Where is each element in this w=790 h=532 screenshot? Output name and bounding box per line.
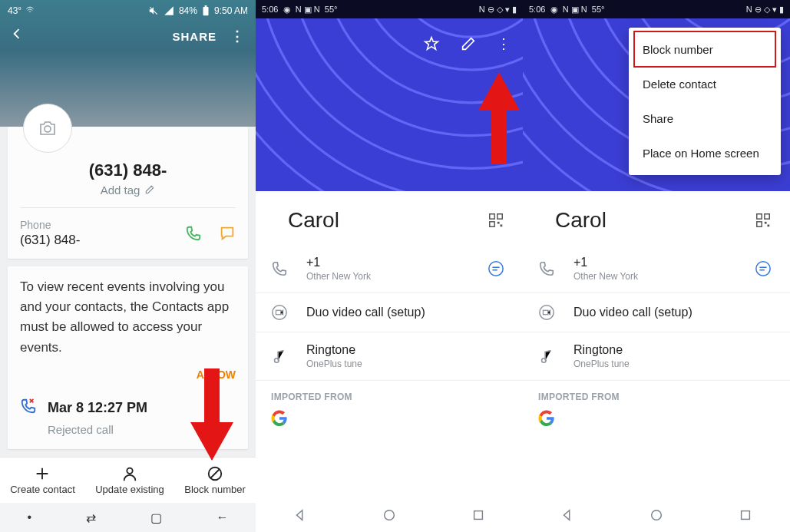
- menu-share[interactable]: Share: [629, 101, 781, 136]
- nav-recent-icon[interactable]: [739, 508, 752, 522]
- ringtone-value: OnePlus tune: [306, 359, 362, 369]
- call-rejected-icon: [20, 398, 37, 415]
- svg-line-6: [211, 470, 220, 478]
- contact-card: (631) 848- Add tag Phone (631) 848-: [8, 127, 248, 259]
- call-icon[interactable]: [185, 225, 202, 242]
- svg-point-28: [385, 511, 395, 520]
- signal-icon: [164, 5, 174, 16]
- phone-prefix: +1: [306, 256, 320, 269]
- svg-rect-38: [757, 214, 762, 219]
- status-bar: 5:06 ◉ N ▣ N 55° N ⊖ ◇ ▾ ▮: [523, 0, 790, 18]
- allow-button[interactable]: ALLOW: [20, 367, 236, 384]
- update-existing-button[interactable]: Update existing: [95, 465, 164, 495]
- more-icon[interactable]: ⋮: [497, 35, 511, 52]
- redacted-phone: [591, 257, 668, 268]
- contact-name: Carol: [288, 208, 339, 233]
- phone-row[interactable]: +1 Other New York: [523, 245, 790, 292]
- duo-row[interactable]: Duo video call (setup): [523, 293, 790, 332]
- nav-home-icon[interactable]: [650, 508, 663, 522]
- menu-place-home[interactable]: Place on Home screen: [629, 136, 781, 170]
- system-nav: [523, 498, 790, 532]
- nav-home-icon[interactable]: [382, 508, 396, 522]
- bottom-actions: Create contact Update existing Block num…: [0, 457, 256, 503]
- svg-rect-2: [205, 5, 207, 7]
- imported-from-label: IMPORTED FROM: [256, 381, 523, 404]
- svg-point-4: [127, 468, 132, 474]
- duo-label: Duo video call (setup): [306, 306, 425, 319]
- block-number-button[interactable]: Block number: [184, 465, 245, 495]
- star-icon[interactable]: [423, 35, 440, 52]
- ringtone-value: OnePlus tune: [573, 359, 630, 369]
- nav-dot-icon[interactable]: •: [27, 511, 31, 524]
- menu-delete-contact[interactable]: Delete contact: [629, 67, 781, 101]
- svg-rect-39: [765, 214, 769, 219]
- event-status: Rejected call: [48, 421, 147, 438]
- svg-point-10: [389, 18, 523, 37]
- svg-point-25: [273, 306, 286, 319]
- imported-from-label: IMPORTED FROM: [523, 381, 790, 404]
- ringtone-label: Ringtone: [306, 343, 362, 357]
- more-icon[interactable]: ⋮: [230, 29, 245, 43]
- block-icon: [207, 465, 223, 482]
- system-nav: [256, 498, 523, 532]
- edit-icon[interactable]: [460, 35, 477, 52]
- phone-prefix: +1: [573, 256, 587, 269]
- ringtone-row[interactable]: Ringtone OnePlus tune: [256, 332, 523, 380]
- android-contact-screen-2: 5:06 ◉ N ▣ N 55° N ⊖ ◇ ▾ ▮ Block number …: [523, 0, 790, 532]
- svg-rect-42: [768, 225, 770, 227]
- share-button[interactable]: SHARE: [172, 30, 217, 43]
- nav-back-icon[interactable]: [293, 508, 307, 522]
- phone-meta: Other New York: [306, 271, 401, 282]
- svg-rect-41: [765, 222, 767, 224]
- sms-icon[interactable]: [488, 260, 504, 277]
- create-contact-button[interactable]: Create contact: [10, 465, 75, 495]
- svg-rect-22: [497, 222, 500, 224]
- status-battery: 84%: [179, 5, 197, 16]
- back-icon[interactable]: [9, 26, 25, 46]
- samsung-contact-screen: 43° 84% 9:50 AM SHARE ⋮ (631) 8: [0, 0, 256, 532]
- video-icon: [538, 304, 555, 321]
- phone-meta: Other New York: [573, 271, 668, 282]
- phone-value: (631) 848-: [20, 233, 80, 248]
- plus-icon: [34, 465, 51, 482]
- phone-label: Phone: [20, 219, 80, 231]
- svg-point-3: [45, 126, 51, 132]
- phone-icon: [271, 260, 288, 277]
- contact-name: Carol: [555, 208, 607, 233]
- mute-icon: [148, 5, 159, 16]
- svg-point-43: [756, 262, 770, 276]
- phone-icon: [538, 260, 555, 277]
- overflow-menu: Block number Delete contact Share Place …: [629, 28, 781, 175]
- nav-recent-icon[interactable]: [471, 508, 485, 522]
- qr-icon[interactable]: [488, 212, 504, 229]
- permission-text: To view recent events involving you and …: [20, 277, 236, 358]
- status-time: 9:50 AM: [214, 5, 248, 16]
- message-icon[interactable]: [219, 225, 236, 242]
- avatar[interactable]: [23, 104, 72, 153]
- nav-recent-icon[interactable]: ⇄: [86, 511, 96, 525]
- qr-icon[interactable]: [755, 212, 772, 229]
- sms-icon[interactable]: [755, 260, 772, 277]
- add-tag-button[interactable]: Add tag: [20, 183, 236, 197]
- redacted-phone: [324, 257, 401, 268]
- duo-label: Duo video call (setup): [573, 306, 692, 319]
- recent-event: Mar 8 12:27 PM Rejected call: [20, 398, 236, 438]
- nav-back-icon[interactable]: ←: [217, 511, 229, 524]
- battery-icon: [202, 5, 210, 16]
- nav-back-icon[interactable]: [560, 508, 574, 522]
- svg-rect-23: [501, 225, 503, 227]
- system-nav: • ⇄ ▢ ←: [0, 503, 256, 532]
- svg-rect-29: [474, 511, 483, 520]
- duo-row[interactable]: Duo video call (setup): [256, 293, 523, 332]
- android-contact-screen-1: 5:06 ◉ N ▣ N 55° N ⊖ ◇ ▾ ▮ ⋮ Carol +1 Ot…: [256, 0, 523, 532]
- annotation-highlight: [633, 31, 776, 68]
- svg-rect-21: [490, 222, 494, 226]
- svg-rect-20: [497, 214, 502, 219]
- person-icon: [121, 465, 138, 482]
- google-icon: [538, 410, 555, 427]
- svg-rect-19: [490, 214, 494, 219]
- ringtone-row[interactable]: Ringtone OnePlus tune: [523, 332, 790, 380]
- nav-home-icon[interactable]: ▢: [150, 511, 162, 525]
- phone-row[interactable]: +1 Other New York: [256, 245, 523, 292]
- video-icon: [271, 304, 288, 321]
